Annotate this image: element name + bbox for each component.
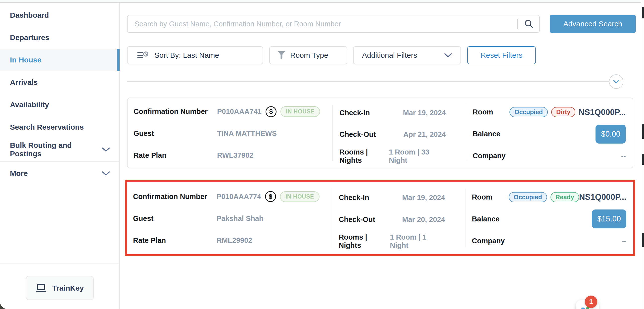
sort-by-dropdown[interactable]: Sort By: Last Name — [127, 46, 263, 64]
trainkey-label: TrainKey — [52, 284, 84, 292]
guest-label: Guest — [133, 214, 216, 223]
company-value: -- — [622, 237, 626, 245]
sidebar-item-label: Bulk Routing and Postings — [10, 141, 97, 158]
confirmation-number-value: P010AAA774 — [216, 193, 261, 201]
room-number-value: NS1Q000P... — [578, 108, 626, 117]
sliver-fragment — [642, 154, 644, 165]
sidebar-item-bulk-routing-and-postings[interactable]: Bulk Routing and Postings — [0, 138, 119, 161]
sidebar-item-in-house[interactable]: In House — [0, 49, 119, 71]
sidebar-item-availability[interactable]: Availability — [0, 94, 119, 116]
rooms-nights-label: Rooms | Nights — [340, 148, 389, 164]
window-corner-mask — [0, 300, 12, 309]
rate-plan-label: Rate Plan — [133, 236, 216, 244]
check-out-value: Apr 21, 2024 — [403, 130, 446, 139]
sidebar-item-label: Departures — [10, 33, 49, 42]
sidebar-footer: TrainKey — [0, 263, 119, 309]
rooms-nights-value: 1 Room | 1 Night — [390, 233, 445, 249]
dollar-circle-icon[interactable]: $ — [266, 106, 276, 117]
confirmation-number-value: P010AAA741 — [217, 108, 262, 116]
guest-value: TINA MATTHEWS — [217, 129, 277, 138]
rate-plan-label: Rate Plan — [134, 151, 217, 159]
room-type-label: Room Type — [290, 51, 328, 60]
reservation-card[interactable]: Confirmation Number P010AAA741 $ IN HOUS… — [127, 98, 633, 168]
sidebar-item-departures[interactable]: Departures — [0, 26, 119, 49]
chevron-down-icon — [444, 53, 452, 58]
sliver-fragment — [642, 124, 644, 139]
chat-notification-badge[interactable]: 1 — [585, 295, 597, 308]
sidebar-nav: Dashboard Departures In House Arrivals A… — [0, 3, 119, 185]
selection-highlight-box: Confirmation Number P010AAA774 $ IN HOUS… — [125, 180, 635, 256]
sidebar-item-label: In House — [10, 56, 42, 64]
dollar-circle-icon[interactable]: $ — [265, 191, 276, 202]
balance-label: Balance — [473, 130, 510, 138]
balance-button[interactable]: $0.00 — [596, 125, 626, 144]
additional-filters-dropdown[interactable]: Additional Filters — [353, 46, 461, 64]
card-guest-column: Confirmation Number P010AAA741 $ IN HOUS… — [128, 98, 332, 168]
balance-button[interactable]: $15.00 — [592, 209, 626, 228]
reservation-card[interactable]: Confirmation Number P010AAA774 $ IN HOUS… — [127, 182, 633, 254]
card-room-column: Room Occupied Ready NS1Q000P... Balance … — [466, 182, 633, 254]
sidebar-item-label: Search Reservations — [10, 123, 84, 131]
check-out-value: Mar 20, 2024 — [402, 215, 445, 224]
sidebar-item-label: Arrivals — [10, 78, 38, 87]
sidebar-item-label: Dashboard — [10, 11, 49, 20]
sidebar-item-more[interactable]: More — [0, 162, 119, 185]
rooms-nights-value: 1 Room | 33 Night — [389, 148, 446, 164]
rate-plan-value: RWL37902 — [217, 151, 253, 159]
advanced-search-button[interactable]: Advanced Search — [550, 15, 636, 33]
reset-filters-button[interactable]: Reset Filters — [467, 46, 536, 64]
room-type-dropdown[interactable]: Room Type — [269, 46, 347, 64]
room-number-value: NS1Q000P... — [579, 192, 626, 202]
window-top-border — [0, 0, 644, 3]
app-layout: Dashboard Departures In House Arrivals A… — [0, 3, 644, 309]
search-input[interactable] — [134, 20, 515, 28]
additional-filters-label: Additional Filters — [362, 51, 417, 60]
search-divider — [518, 19, 518, 29]
company-value: -- — [621, 152, 626, 160]
sidebar-item-dashboard[interactable]: Dashboard — [0, 4, 119, 26]
in-house-badge: IN HOUSE — [280, 106, 320, 117]
room-label: Room — [472, 193, 509, 201]
main-content: Advanced Search Sort By: Last Name Room — [120, 3, 644, 309]
trainkey-button[interactable]: TrainKey — [26, 276, 94, 300]
company-label: Company — [473, 152, 510, 160]
laptop-icon — [35, 283, 47, 293]
in-house-badge: IN HOUSE — [280, 191, 320, 202]
room-status-badge: Occupied — [509, 192, 547, 202]
balance-label: Balance — [472, 215, 509, 223]
sidebar-item-search-reservations[interactable]: Search Reservations — [0, 116, 119, 138]
check-in-label: Check-In — [340, 109, 370, 117]
room-label: Room — [473, 108, 510, 116]
list-divider — [127, 81, 623, 82]
check-in-label: Check-In — [339, 194, 369, 202]
room-status-badge: Occupied — [510, 107, 548, 117]
guest-value: Pakshal Shah — [216, 214, 264, 223]
company-label: Company — [472, 237, 509, 245]
card-dates-column: Check-In Mar 19, 2024 Check-Out Mar 20, … — [332, 182, 465, 254]
sidebar: Dashboard Departures In House Arrivals A… — [0, 3, 120, 309]
sort-by-label: Sort By: Last Name — [154, 51, 219, 60]
housekeeping-status-badge: Dirty — [551, 107, 575, 117]
check-out-label: Check-Out — [339, 215, 375, 224]
search-row: Advanced Search — [127, 15, 636, 33]
check-in-value: Mar 19, 2024 — [402, 194, 445, 202]
sliver-fragment — [642, 233, 644, 247]
chevron-down-icon — [102, 147, 110, 152]
sliver-fragment — [642, 7, 644, 19]
collapse-toggle-button[interactable] — [609, 74, 623, 89]
filter-row: Sort By: Last Name Room Type Additional … — [127, 46, 536, 64]
check-out-label: Check-Out — [340, 130, 376, 139]
card-dates-column: Check-In Mar 19, 2024 Check-Out Apr 21, … — [333, 98, 466, 168]
card-room-column: Room Occupied Dirty NS1Q000P... Balance … — [466, 98, 633, 168]
window-edge-sliver — [641, 0, 644, 309]
sidebar-item-arrivals[interactable]: Arrivals — [0, 71, 119, 94]
filter-funnel-icon — [278, 51, 285, 60]
sidebar-divider — [0, 161, 119, 162]
sidebar-item-label: More — [10, 169, 28, 178]
guest-label: Guest — [134, 129, 217, 138]
card-guest-column: Confirmation Number P010AAA774 $ IN HOUS… — [127, 182, 332, 254]
window-corner-artifact — [0, 300, 12, 309]
chevron-down-icon — [102, 171, 110, 176]
search-box — [127, 15, 540, 33]
search-icon[interactable] — [524, 20, 533, 28]
